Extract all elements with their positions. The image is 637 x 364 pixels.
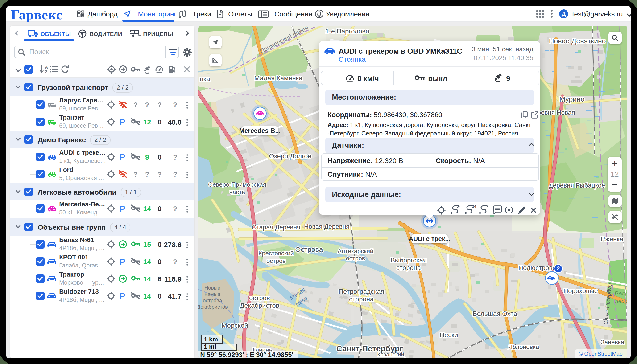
- svg-text:сторона: сторона: [349, 296, 374, 303]
- svg-text:Крестовский: Крестовский: [258, 250, 294, 257]
- svg-text:Казанский: Казанский: [377, 351, 404, 358]
- svg-text:Ржев: Ржев: [614, 290, 627, 296]
- svg-text:Z: Z: [45, 70, 47, 74]
- svg-text:деревня Рыбацкое: деревня Рыбацкое: [549, 182, 605, 189]
- svg-text:Петроградская: Петроградская: [339, 288, 384, 295]
- svg-text:Мурино: Мурино: [559, 95, 585, 103]
- svg-text:Ржевка: Ржевка: [601, 235, 623, 243]
- svg-text:Яблоновка: Яблоновка: [508, 343, 539, 350]
- svg-text:Большая Охта: Большая Охта: [473, 310, 517, 317]
- svg-text:Северо-Приморская: Северо-Приморская: [208, 181, 266, 188]
- svg-text:Декабристов: Декабристов: [198, 304, 228, 310]
- svg-text:Старая Деревня: Старая Деревня: [252, 224, 300, 231]
- svg-text:сторона: сторона: [396, 264, 421, 272]
- svg-text:лесог: лесог: [614, 298, 627, 304]
- svg-text:Новая Деревня: Новая Деревня: [304, 223, 350, 230]
- svg-text:Полюстрово: Полюстрово: [518, 264, 556, 272]
- svg-text:Новый: Новый: [204, 285, 220, 291]
- svg-text:остров: остров: [346, 255, 365, 262]
- svg-text:Малая Каменка: Малая Каменка: [254, 74, 303, 82]
- svg-text:Новое Девяткино: Новое Девяткино: [549, 37, 606, 45]
- svg-text:Озеро Долгое: Озеро Долгое: [269, 152, 311, 160]
- svg-text:Пески: Пески: [440, 331, 458, 338]
- svg-text:1-е Парголово: 1-е Парголово: [325, 28, 369, 35]
- svg-text:A: A: [45, 65, 48, 70]
- svg-text:остров: остров: [249, 294, 270, 302]
- svg-text:24: 24: [472, 206, 476, 208]
- svg-text:Выборгская: Выборгская: [390, 256, 426, 264]
- svg-text:Пороховые: Пороховые: [563, 287, 598, 294]
- svg-text:Морской: Морской: [222, 322, 248, 329]
- svg-text:Аптекарский: Аптекарский: [338, 248, 373, 255]
- svg-text:Декабристов: Декабристов: [240, 302, 279, 309]
- svg-text:Острова: Острова: [295, 246, 323, 253]
- svg-text:часть: часть: [229, 188, 245, 196]
- svg-text:острова: острова: [203, 298, 222, 304]
- svg-text:нка: нка: [200, 75, 210, 82]
- svg-text:Заневка: Заневка: [601, 338, 624, 346]
- svg-text:намыв: намыв: [204, 291, 220, 297]
- svg-text:остров: остров: [266, 257, 286, 264]
